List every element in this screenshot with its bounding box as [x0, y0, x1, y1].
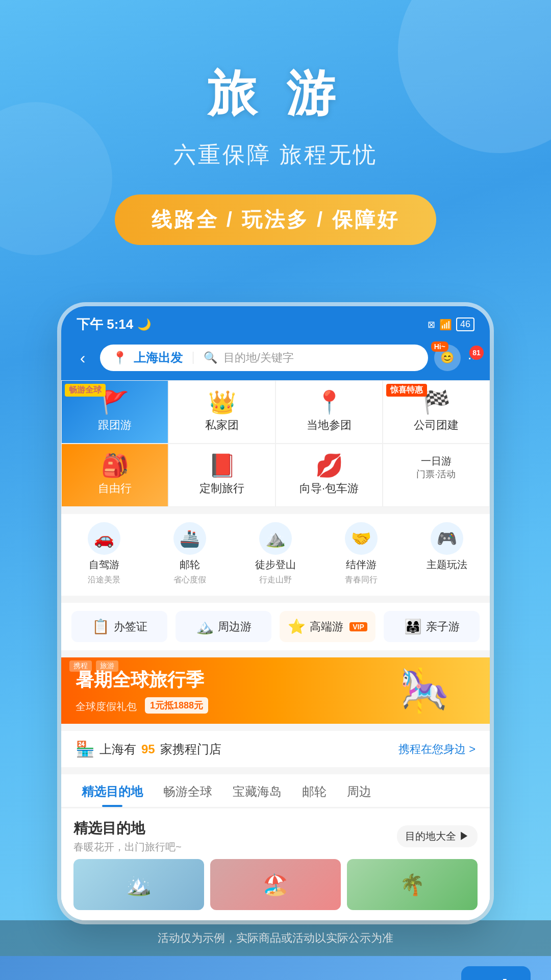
- disclaimer-text: 活动仅为示例，实际商品或活动以实际公示为准: [0, 920, 551, 956]
- cruise-icon: 🚢: [173, 522, 206, 555]
- svc-cruise[interactable]: 🚢 邮轮 省心度假: [147, 522, 233, 585]
- custom-tour-icon: 📕: [208, 454, 236, 477]
- brand-badge-1: 携程: [69, 660, 92, 672]
- nearby-icon: 🏔️: [196, 618, 214, 635]
- private-tour-icon: 👑: [208, 391, 236, 413]
- dest-images: 🏔️ 🏖️ 🌴: [73, 859, 478, 910]
- more-button[interactable]: ··· 81: [468, 350, 480, 366]
- app-content: 畅游全球 🚩 跟团游 👑 私家团 📍 当地参团 惊喜特惠 🏁: [61, 380, 490, 920]
- cat-local-tour[interactable]: 📍 当地参团: [276, 380, 383, 444]
- cat-guide-tour[interactable]: 💋 向导·包车游: [276, 444, 383, 507]
- self-drive-subtitle: 沿途美景: [88, 575, 120, 585]
- store-info: 🏪 上海有 95 家携程门店: [76, 740, 221, 758]
- self-drive-title: 自驾游: [89, 558, 119, 572]
- search-bar[interactable]: 📍 上海出发 🔍 目的地/关键字: [100, 345, 428, 371]
- group-tour-label: 跟团游: [98, 418, 132, 433]
- visa-icon: 📋: [92, 618, 110, 635]
- tab-island[interactable]: 宝藏海岛: [222, 774, 292, 807]
- local-tour-icon: 📍: [315, 391, 343, 413]
- dest-image-3[interactable]: 🌴: [347, 859, 478, 910]
- hiking-icon: ⛰️: [259, 522, 292, 555]
- hero-section: 旅 游 六重保障 旅程无忧 线路全 / 玩法多 / 保障好 下午 5:14 🌙 …: [0, 0, 551, 980]
- free-tour-label: 自由行: [98, 481, 132, 496]
- status-icons: ⊠ 📶 46: [428, 317, 474, 331]
- phone-mockup: 下午 5:14 🌙 ⊠ 📶 46 ‹ 📍 上海出发 🔍 目的地/关键字: [61, 306, 490, 920]
- footer-bar: Ai: [0, 956, 551, 980]
- svc-hiking[interactable]: ⛰️ 徒步登山 行走山野: [233, 522, 318, 585]
- nav-icons: 😊 Hi~ ··· 81: [434, 345, 480, 371]
- wifi-icon: 📶: [439, 318, 452, 331]
- tab-nearby[interactable]: 周边: [337, 774, 382, 807]
- hiking-subtitle: 行走山野: [259, 575, 292, 585]
- corner-badge-corp: 惊喜特惠: [386, 384, 427, 397]
- services-row: 🚗 自驾游 沿途美景 🚢 邮轮 省心度假 ⛰️ 徒步登山 行走山野: [61, 514, 490, 596]
- tabs-row: 精选目的地 畅游全球 宝藏海岛 邮轮 周边: [61, 774, 490, 807]
- dest-all-button[interactable]: 目的地大全 ▶: [397, 825, 478, 847]
- quick-tags-row: 📋 办签证 🏔️ 周边游 ⭐ 高端游 VIP 👨‍👩‍👧 亲子游: [61, 603, 490, 650]
- phone-wrapper: 下午 5:14 🌙 ⊠ 📶 46 ‹ 📍 上海出发 🔍 目的地/关键字: [0, 276, 551, 920]
- cruise-title: 邮轮: [180, 558, 200, 572]
- location-icon: 📍: [112, 351, 128, 365]
- svc-companion[interactable]: 🤝 结伴游 青春同行: [318, 522, 404, 585]
- cat-private-tour[interactable]: 👑 私家团: [168, 380, 276, 444]
- family-icon: 👨‍👩‍👧: [404, 618, 422, 635]
- store-link-text: 携程在您身边 >: [398, 742, 475, 757]
- store-link[interactable]: 携程在您身边 >: [398, 742, 475, 757]
- dest-subtitle: 春暖花开，出门旅行吧~: [73, 840, 182, 854]
- banner-subtitle: 全球度假礼包: [76, 700, 137, 714]
- tab-cruise[interactable]: 邮轮: [292, 774, 337, 807]
- banner-char: 🎠: [399, 667, 450, 715]
- custom-tour-label: 定制旅行: [199, 481, 244, 496]
- guide-tour-icon: 💋: [315, 454, 343, 477]
- dest-image-2[interactable]: 🏖️: [210, 859, 341, 910]
- store-icon: 🏪: [76, 740, 94, 758]
- hero-badge[interactable]: 线路全 / 玩法多 / 保障好: [115, 194, 437, 245]
- cat-free-tour[interactable]: 🎒 自由行: [61, 444, 168, 507]
- store-row: 🏪 上海有 95 家携程门店 携程在您身边 >: [61, 731, 490, 767]
- nearby-label: 周边游: [218, 619, 252, 634]
- tab-selected-dest[interactable]: 精选目的地: [71, 774, 153, 807]
- user-avatar[interactable]: 😊 Hi~: [434, 345, 461, 371]
- vip-badge: VIP: [349, 622, 367, 631]
- cat-custom-tour[interactable]: 📕 定制旅行: [168, 444, 276, 507]
- moon-icon: 🌙: [137, 318, 151, 331]
- banner-image: 🎠: [373, 660, 475, 721]
- tag-nearby[interactable]: 🏔️ 周边游: [176, 611, 271, 642]
- tag-family[interactable]: 👨‍👩‍👧 亲子游: [384, 611, 480, 642]
- promo-banner[interactable]: 携程 旅游 暑期全球旅行季 全球度假礼包 1元抵1888元 🎠: [61, 657, 490, 724]
- departure-text: 上海出发: [134, 350, 183, 366]
- store-count: 95: [141, 742, 155, 756]
- free-tour-icon: 🎒: [101, 454, 129, 477]
- status-time: 下午 5:14: [77, 315, 133, 333]
- back-button[interactable]: ‹: [71, 349, 94, 368]
- day-tour-label: 一日游门票·活动: [416, 454, 456, 480]
- status-bar: 下午 5:14 🌙 ⊠ 📶 46: [61, 306, 490, 338]
- store-prefix: 上海有: [99, 741, 136, 757]
- banner-title: 暑期全球旅行季: [76, 668, 373, 693]
- self-drive-icon: 🚗: [88, 522, 120, 555]
- cruise-subtitle: 省心度假: [173, 575, 206, 585]
- search-icon: 🔍: [204, 351, 217, 364]
- categories-grid: 畅游全球 🚩 跟团游 👑 私家团 📍 当地参团 惊喜特惠 🏁: [61, 380, 490, 507]
- hiking-title: 徒步登山: [255, 558, 296, 572]
- corner-badge-group: 畅游全球: [65, 384, 106, 397]
- banner-top-badges: 携程 旅游: [69, 660, 118, 672]
- svc-theme[interactable]: 🎮 主题玩法: [404, 522, 490, 585]
- cat-group-tour[interactable]: 畅游全球 🚩 跟团游: [61, 380, 168, 444]
- tag-visa[interactable]: 📋 办签证: [71, 611, 167, 642]
- guide-tour-label: 向导·包车游: [299, 481, 359, 496]
- banner-bottom: 全球度假礼包 1元抵1888元: [76, 697, 373, 714]
- dest-image-1[interactable]: 🏔️: [73, 859, 204, 910]
- theme-title: 主题玩法: [427, 558, 467, 572]
- cat-corp-tour[interactable]: 惊喜特惠 🏁 公司团建: [383, 380, 490, 444]
- search-divider: [193, 352, 193, 364]
- dest-header: 精选目的地 春暖花开，出门旅行吧~ 目的地大全 ▶: [73, 819, 478, 854]
- svc-self-drive[interactable]: 🚗 自驾游 沿途美景: [61, 522, 147, 585]
- ai-label[interactable]: Ai: [461, 966, 531, 980]
- dest-all-label: 目的地大全 ▶: [405, 829, 469, 843]
- theme-icon: 🎮: [431, 522, 463, 555]
- tag-luxury[interactable]: ⭐ 高端游 VIP: [280, 611, 375, 642]
- visa-label: 办签证: [114, 619, 147, 634]
- cat-day-tour[interactable]: 一日游门票·活动: [383, 444, 490, 507]
- tab-global[interactable]: 畅游全球: [153, 774, 222, 807]
